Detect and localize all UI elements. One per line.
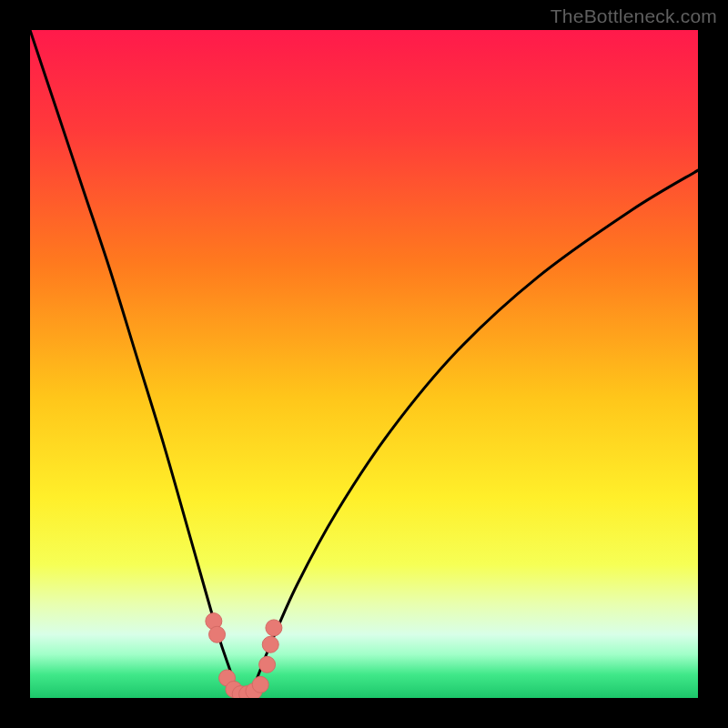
plot-area <box>30 30 698 698</box>
highlight-dot <box>252 676 268 693</box>
bottleneck-curve <box>30 30 698 698</box>
watermark-text: TheBottleneck.com <box>551 5 717 27</box>
highlight-dot <box>262 636 278 652</box>
outer-frame: TheBottleneck.com <box>0 0 728 728</box>
highlight-dot <box>259 656 276 672</box>
highlight-dot <box>209 626 226 642</box>
highlight-markers <box>206 613 282 698</box>
highlight-dot <box>266 620 282 636</box>
chart-svg <box>30 30 698 698</box>
